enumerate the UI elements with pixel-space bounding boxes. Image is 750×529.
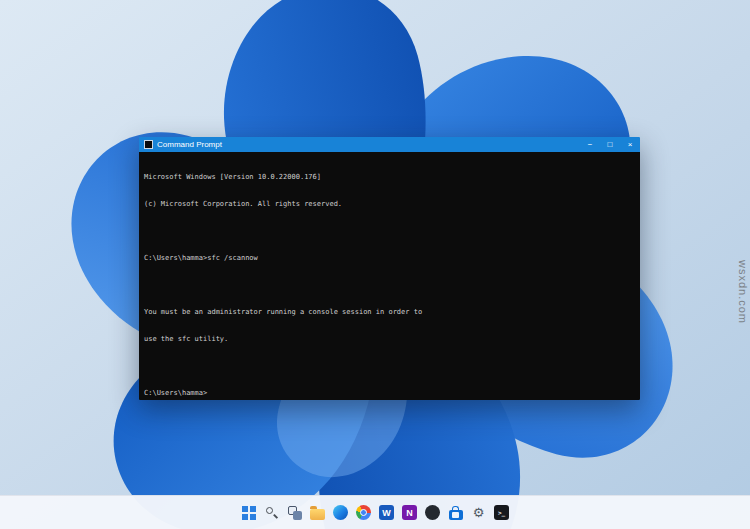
command-prompt-window[interactable]: Command Prompt − □ × Microsoft Windows […: [139, 137, 640, 400]
taskbar-search-button[interactable]: [262, 503, 282, 523]
terminal-line: C:\Users\hamma>sfc /scannow: [144, 254, 635, 263]
taskbar-onenote-button[interactable]: N: [400, 503, 420, 523]
desktop: wsxdn.com Command Prompt − □ × Microsoft…: [0, 0, 750, 529]
terminal-line: [144, 281, 635, 290]
terminal-line: (c) Microsoft Corporation. All rights re…: [144, 200, 635, 209]
terminal-line: Microsoft Windows [Version 10.0.22000.17…: [144, 173, 635, 182]
github-icon: [425, 505, 440, 520]
command-prompt-icon: [144, 140, 153, 149]
taskbar-github-button[interactable]: [423, 503, 443, 523]
window-titlebar[interactable]: Command Prompt − □ ×: [139, 137, 640, 152]
close-button[interactable]: ×: [620, 137, 640, 152]
terminal-line: C:\Users\hamma>: [144, 389, 635, 398]
edge-browser-icon: [333, 505, 348, 520]
window-controls: − □ ×: [580, 137, 640, 152]
taskbar-start-button[interactable]: [239, 503, 259, 523]
store-bag-icon: [449, 510, 463, 520]
taskbar-chrome-button[interactable]: [354, 503, 374, 523]
terminal-line: [144, 362, 635, 371]
window-title: Command Prompt: [157, 141, 222, 149]
taskbar-command-prompt-button[interactable]: >_: [492, 503, 512, 523]
chrome-browser-icon: [356, 505, 371, 520]
search-icon: [265, 506, 278, 519]
taskbar-icon-group: W N ⚙ >_: [239, 503, 512, 523]
taskbar-word-button[interactable]: W: [377, 503, 397, 523]
taskbar-settings-button[interactable]: ⚙: [469, 503, 489, 523]
taskbar-store-button[interactable]: [446, 503, 466, 523]
task-view-icon: [288, 506, 302, 520]
windows-logo-icon: [242, 506, 256, 520]
taskbar-file-explorer-button[interactable]: [308, 503, 328, 523]
onenote-icon: N: [402, 505, 417, 520]
minimize-button[interactable]: −: [580, 137, 600, 152]
terminal-output[interactable]: Microsoft Windows [Version 10.0.22000.17…: [139, 152, 640, 400]
terminal-line: [144, 227, 635, 236]
watermark: wsxdn.com: [737, 260, 749, 324]
folder-icon: [310, 509, 325, 520]
taskbar-edge-button[interactable]: [331, 503, 351, 523]
word-icon: W: [379, 505, 394, 520]
command-prompt-tile-icon: >_: [494, 505, 509, 520]
taskbar: W N ⚙ >_: [0, 495, 750, 529]
gear-icon: ⚙: [473, 506, 485, 519]
taskbar-task-view-button[interactable]: [285, 503, 305, 523]
terminal-line: use the sfc utility.: [144, 335, 635, 344]
maximize-button[interactable]: □: [600, 137, 620, 152]
terminal-line: You must be an administrator running a c…: [144, 308, 635, 317]
